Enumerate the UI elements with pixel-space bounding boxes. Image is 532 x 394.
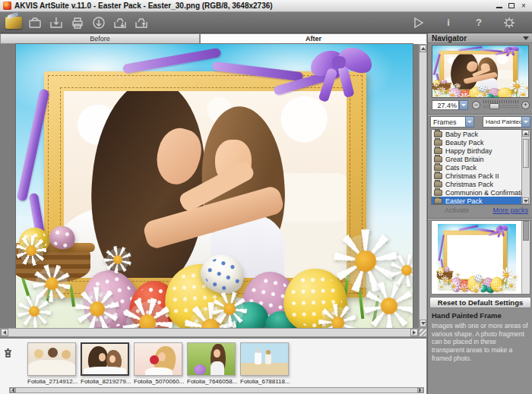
daisy-center bbox=[462, 287, 466, 292]
pack-item-label: Great Britain bbox=[445, 156, 484, 163]
maximize-button[interactable] bbox=[508, 2, 515, 10]
daisy-center bbox=[509, 283, 513, 288]
navigator-header[interactable]: Navigator bbox=[428, 33, 532, 43]
filmstrip-thumbnail-3[interactable]: Fotolia_5070060... bbox=[134, 342, 185, 385]
zoom-value-input[interactable]: 27.4% bbox=[432, 100, 459, 110]
pack-item-christmas-pack[interactable]: Christmas Pack bbox=[432, 180, 522, 188]
frame-pack-list: Baby PackBeauty PackHappy BirthdayGreat … bbox=[431, 129, 530, 205]
settings-panel: Navigator 27.4% − + Frames Hand Painted … bbox=[427, 33, 532, 394]
share-button[interactable] bbox=[90, 14, 108, 31]
pack-item-label: Cats Pack bbox=[445, 164, 477, 172]
daisy-center bbox=[456, 85, 459, 87]
filmstrip-thumbnail-1[interactable]: Fotolia_2714912... bbox=[27, 342, 79, 385]
app-icon bbox=[3, 2, 11, 10]
folder-icon bbox=[434, 148, 442, 154]
pack-item-label: Baby Pack bbox=[445, 131, 478, 138]
info-button[interactable]: i bbox=[439, 14, 458, 31]
easter-framed-photo bbox=[16, 44, 413, 328]
frame-description-title: Hand Painted Frame bbox=[432, 311, 502, 320]
run-icon bbox=[411, 16, 425, 30]
thumbnail-label: Fotolia_6788118... bbox=[240, 378, 292, 385]
pack-item-baby-pack[interactable]: Baby Pack bbox=[432, 130, 522, 138]
category-select[interactable]: Frames bbox=[430, 116, 474, 128]
delete-thumbnail-button[interactable] bbox=[3, 348, 13, 361]
daisy-flower bbox=[480, 91, 489, 98]
pack-item-label: Christmas Pack II bbox=[445, 172, 499, 180]
folder-icon bbox=[434, 156, 442, 162]
print-button[interactable] bbox=[68, 14, 87, 31]
pack-item-christmas-pack-ii[interactable]: Christmas Pack II bbox=[432, 172, 522, 180]
pack-item-label: Communion & Confirmation bbox=[445, 189, 530, 197]
zoom-out-button[interactable]: − bbox=[472, 101, 480, 109]
daisy-center bbox=[526, 87, 529, 89]
daisy-center bbox=[508, 96, 512, 98]
export-frames-button[interactable] bbox=[132, 14, 150, 31]
thumbnail-label: Fotolia_8219279... bbox=[81, 378, 132, 385]
app-logo-button[interactable] bbox=[5, 14, 23, 31]
more-packs-link[interactable]: More packs bbox=[492, 206, 528, 214]
pack-item-label: Christmas Pack bbox=[445, 181, 493, 188]
filmstrip-thumbnail-2[interactable]: Fotolia_8219279... bbox=[81, 342, 132, 385]
daisy-center bbox=[514, 276, 516, 279]
preferences-button[interactable] bbox=[500, 14, 518, 31]
thumbnail-photo bbox=[187, 342, 236, 376]
frame-preview-scrollbar[interactable] bbox=[521, 221, 530, 294]
pack-item-cats-pack[interactable]: Cats Pack bbox=[432, 163, 522, 172]
pack-item-communion-confirmation[interactable]: Communion & Confirmation bbox=[432, 188, 522, 197]
frame-variant-preview[interactable] bbox=[431, 220, 530, 295]
category-select-arrow[interactable] bbox=[465, 116, 474, 128]
filmstrip-thumbnail-4[interactable]: Fotolia_7646058... bbox=[187, 342, 239, 385]
pack-item-happy-birthday[interactable]: Happy Birthday bbox=[432, 147, 522, 155]
zoom-slider[interactable] bbox=[483, 100, 518, 110]
daisy-center bbox=[439, 89, 443, 92]
thumbnail-photo bbox=[81, 342, 129, 376]
canvas-horizontal-scrollbar[interactable] bbox=[0, 328, 419, 337]
zoom-in-button[interactable]: + bbox=[521, 101, 530, 109]
save-image-button[interactable] bbox=[47, 14, 65, 31]
save-image-icon bbox=[49, 16, 64, 30]
pack-item-easter-pack[interactable]: Easter Pack bbox=[432, 197, 522, 205]
run-button[interactable] bbox=[409, 14, 427, 31]
pack-item-beauty-pack[interactable]: Beauty Pack bbox=[432, 138, 522, 147]
pack-list-scrollbar[interactable] bbox=[521, 130, 530, 204]
activate-link[interactable]: Activate bbox=[445, 206, 469, 214]
after-image-view[interactable] bbox=[16, 44, 413, 328]
daisy-flower bbox=[432, 92, 442, 98]
pack-item-great-britain[interactable]: Great Britain bbox=[432, 155, 522, 163]
zoom-slider-thumb[interactable] bbox=[489, 103, 499, 109]
daisy-center bbox=[479, 285, 482, 288]
folder-icon bbox=[434, 131, 442, 137]
daisy-center bbox=[353, 249, 378, 273]
reset-defaults-button[interactable]: Reset to Default Settings bbox=[429, 297, 531, 308]
daisy-center bbox=[330, 315, 346, 328]
filmstrip-thumbnail-5[interactable]: Fotolia_6788118... bbox=[240, 342, 292, 385]
tab-before[interactable]: Before bbox=[0, 33, 200, 44]
daisy-center bbox=[379, 296, 400, 317]
zoom-dropdown-button[interactable] bbox=[459, 100, 468, 110]
frame-type-select-arrow[interactable] bbox=[521, 116, 530, 128]
folder-icon bbox=[434, 198, 442, 204]
thumbnail-label: Fotolia_2714912... bbox=[27, 378, 79, 385]
thumbnail-photo bbox=[240, 342, 289, 376]
import-frames-button[interactable] bbox=[111, 14, 129, 31]
minimize-button[interactable] bbox=[496, 2, 503, 10]
daisy-center bbox=[435, 84, 437, 86]
akvis-logo-icon bbox=[5, 17, 22, 29]
canvas-vertical-scrollbar[interactable] bbox=[419, 44, 427, 328]
resize-grip[interactable] bbox=[419, 328, 427, 337]
close-button[interactable]: × bbox=[520, 2, 527, 10]
tab-after[interactable]: After bbox=[200, 33, 427, 44]
help-button[interactable]: ? bbox=[470, 14, 488, 31]
folder-icon bbox=[434, 165, 442, 171]
thumbnail-photo bbox=[27, 342, 76, 376]
navigator-preview[interactable] bbox=[432, 45, 529, 98]
open-image-button[interactable] bbox=[26, 14, 44, 31]
daisy-center bbox=[44, 276, 60, 292]
daisy-center bbox=[223, 302, 236, 316]
daisy-center bbox=[450, 93, 454, 96]
navigator-title: Navigator bbox=[432, 34, 467, 43]
filmstrip-scrollbar[interactable] bbox=[9, 387, 424, 393]
before-after-tabs: Before After bbox=[0, 33, 427, 44]
share-icon bbox=[91, 16, 106, 30]
frame-type-select[interactable]: Hand Painted Frame bbox=[483, 116, 530, 128]
